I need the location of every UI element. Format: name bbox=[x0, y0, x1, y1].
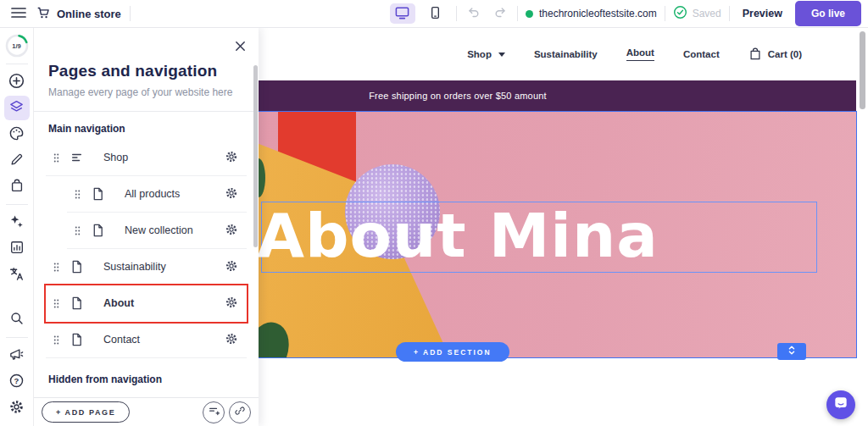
page-settings-button[interactable] bbox=[223, 330, 240, 350]
page-settings-button[interactable] bbox=[223, 221, 240, 241]
close-icon bbox=[234, 40, 247, 55]
page-settings-button[interactable] bbox=[223, 257, 240, 277]
page-icon bbox=[70, 260, 83, 274]
hero-section[interactable]: About Mina bbox=[259, 111, 857, 358]
page-row-shop[interactable]: Shop bbox=[46, 140, 247, 176]
add-page-button[interactable]: + ADD PAGE bbox=[42, 401, 130, 423]
topbar: Online store bbox=[0, 0, 868, 28]
page-row-label: New collection bbox=[125, 224, 223, 236]
page-settings-button[interactable] bbox=[223, 294, 240, 313]
drag-handle-icon[interactable] bbox=[75, 225, 81, 236]
page-row-new-collection[interactable]: New collection bbox=[67, 213, 247, 249]
drag-handle-icon[interactable] bbox=[53, 152, 59, 163]
search-icon bbox=[9, 311, 25, 329]
panel-header: Pages and navigation Manage every page o… bbox=[34, 28, 259, 112]
section-resize-handle[interactable] bbox=[777, 343, 806, 360]
add-menu-item-button[interactable] bbox=[203, 401, 225, 423]
divider bbox=[729, 6, 730, 21]
desktop-icon bbox=[394, 5, 410, 23]
gear-icon bbox=[225, 332, 238, 348]
check-circle-icon bbox=[673, 5, 687, 22]
page-icon bbox=[92, 224, 104, 237]
undo-button[interactable] bbox=[465, 3, 483, 25]
chat-icon bbox=[832, 395, 849, 415]
sidebar-item-marketing[interactable] bbox=[4, 343, 30, 368]
add-link-button[interactable] bbox=[229, 401, 251, 423]
preview-scrollbar[interactable] bbox=[860, 31, 865, 109]
site-nav-about[interactable]: About bbox=[626, 47, 654, 61]
page-settings-button[interactable] bbox=[223, 185, 240, 204]
divider bbox=[6, 337, 28, 338]
page-row-label: All products bbox=[125, 188, 223, 200]
hero-title[interactable]: About Mina bbox=[259, 200, 737, 271]
gear-icon bbox=[225, 150, 238, 166]
sidebar-item-pages[interactable] bbox=[4, 96, 30, 120]
site-nav-contact[interactable]: Contact bbox=[683, 49, 720, 59]
divider bbox=[130, 6, 131, 21]
page-icon bbox=[70, 333, 83, 346]
divider bbox=[6, 64, 28, 64]
gear-icon bbox=[8, 399, 25, 418]
link-icon bbox=[234, 405, 246, 419]
mobile-view-button[interactable] bbox=[423, 3, 448, 24]
main-menu-button[interactable] bbox=[9, 5, 28, 23]
preview-button[interactable]: Preview bbox=[737, 4, 787, 23]
site-cart-link[interactable]: Cart (0) bbox=[748, 47, 802, 63]
go-live-button[interactable]: Go live bbox=[795, 1, 861, 26]
sidebar-item-theme[interactable] bbox=[4, 122, 30, 147]
panel-footer: + ADD PAGE bbox=[34, 397, 259, 426]
sidebar-item-edit[interactable] bbox=[4, 148, 30, 173]
drag-handle-icon[interactable] bbox=[75, 189, 81, 200]
redo-icon bbox=[492, 5, 508, 23]
drag-handle-icon[interactable] bbox=[53, 298, 59, 309]
save-status: Saved bbox=[673, 5, 721, 22]
drag-handle-icon[interactable] bbox=[53, 335, 59, 346]
layers-icon bbox=[8, 99, 25, 118]
panel-scrollbar[interactable] bbox=[253, 65, 258, 247]
palette-icon bbox=[8, 125, 25, 144]
sidebar-item-search[interactable] bbox=[4, 307, 30, 332]
page-settings-button[interactable] bbox=[223, 148, 240, 168]
add-circle-icon bbox=[8, 73, 25, 91]
panel-title: Pages and navigation bbox=[48, 62, 244, 80]
sidebar-item-store[interactable] bbox=[4, 174, 30, 199]
drag-handle-icon[interactable] bbox=[53, 262, 59, 273]
announcement-banner[interactable]: Free shipping on orders over $50 amount bbox=[259, 80, 856, 111]
add-list-icon bbox=[208, 405, 220, 419]
desktop-view-button[interactable] bbox=[390, 3, 415, 24]
sidebar-item-analytics[interactable] bbox=[4, 236, 30, 261]
sidebar-item-help[interactable]: ? bbox=[4, 369, 30, 394]
close-panel-button[interactable] bbox=[232, 38, 248, 57]
chat-launcher-button[interactable] bbox=[826, 390, 855, 419]
bag-icon bbox=[748, 47, 762, 63]
site-nav-shop[interactable]: Shop bbox=[467, 49, 505, 59]
add-section-button[interactable]: + ADD SECTION bbox=[396, 342, 509, 362]
page-row-all-products[interactable]: All products bbox=[67, 176, 247, 213]
undo-icon bbox=[466, 5, 481, 23]
page-row-label: Shop bbox=[103, 152, 223, 163]
divider bbox=[456, 6, 457, 21]
sidebar-item-settings[interactable] bbox=[4, 396, 30, 420]
sidebar-item-translate[interactable] bbox=[4, 263, 30, 287]
sidebar-item-add[interactable] bbox=[4, 69, 30, 94]
site-nav-sustainability[interactable]: Sustainability bbox=[534, 49, 598, 59]
online-store-editor: Online store bbox=[0, 0, 868, 426]
divider bbox=[665, 6, 665, 21]
gear-icon bbox=[225, 223, 238, 239]
gear-icon bbox=[225, 296, 238, 312]
page-row-contact[interactable]: Contact bbox=[46, 322, 247, 358]
mobile-icon bbox=[428, 5, 442, 23]
sidebar-item-ai[interactable] bbox=[4, 210, 30, 235]
site-domain[interactable]: thechronicleoftestsite.com bbox=[526, 8, 657, 19]
redo-button[interactable] bbox=[491, 3, 509, 25]
divider bbox=[517, 6, 518, 21]
cart-count-label: Cart (0) bbox=[768, 49, 802, 59]
app-switcher[interactable]: Online store bbox=[36, 6, 121, 22]
resize-chevrons-icon bbox=[787, 344, 797, 360]
pages-panel: Pages and navigation Manage every page o… bbox=[34, 28, 259, 426]
megaphone-icon bbox=[8, 346, 25, 365]
page-row-about[interactable]: About bbox=[46, 285, 247, 322]
page-row-sustainability[interactable]: Sustainability bbox=[46, 249, 247, 285]
setup-progress-badge[interactable]: 1/9 bbox=[3, 32, 31, 59]
sparkles-icon bbox=[8, 213, 25, 232]
